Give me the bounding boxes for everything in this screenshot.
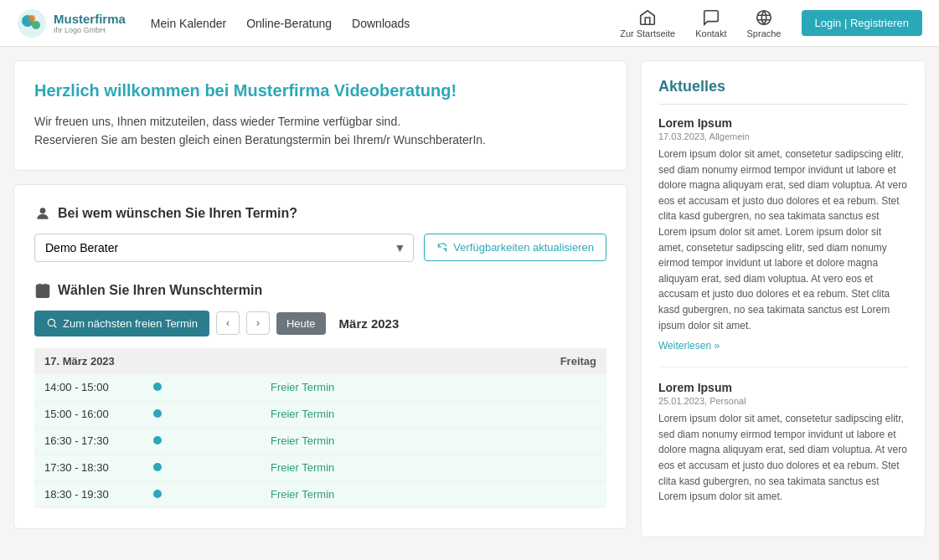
advisor-dropdown[interactable]: Demo Berater (34, 234, 414, 262)
home-icon (638, 8, 657, 27)
booking-box: Bei wem wünschen Sie Ihren Termin? Demo … (13, 184, 627, 529)
table-row[interactable]: 17:30 - 18:30 Freier Termin (34, 454, 606, 480)
slot-dot-cell (143, 427, 261, 454)
nav-mein-kalender[interactable]: Mein Kalender (151, 13, 226, 33)
find-next-button[interactable]: Zum nächsten freien Termin (34, 311, 209, 337)
date-header-row: 17. März 2023 Freitag (34, 348, 606, 374)
news-title: Lorem Ipsum (658, 116, 908, 130)
next-month-button[interactable]: › (246, 311, 270, 335)
logo-company-name: Musterfirma (54, 12, 126, 26)
table-row[interactable]: 14:00 - 15:00 Freier Termin (34, 374, 606, 401)
news-container: Lorem Ipsum 17.03.2023, Allgemein Lorem … (658, 116, 908, 505)
search-icon (46, 317, 58, 329)
welcome-title: Herzlich willkommen bei Musterfirma Vide… (34, 81, 606, 100)
refresh-icon (436, 242, 448, 254)
slot-dot-cell (143, 400, 261, 427)
nav-online-beratung[interactable]: Online-Beratung (246, 13, 332, 33)
svg-point-3 (28, 15, 35, 22)
table-row[interactable]: 15:00 - 16:00 Freier Termin (34, 400, 606, 427)
header-right: Zur Startseite Kontakt Sprache Login | R… (620, 8, 922, 39)
slot-dot-cell (143, 374, 261, 401)
slot-time: 17:30 - 18:30 (34, 454, 143, 480)
news-meta: 25.01.2023, Personal (658, 396, 908, 406)
nav-downloads[interactable]: Downloads (352, 13, 410, 33)
find-next-label: Zum nächsten freien Termin (63, 317, 198, 330)
news-item: Lorem Ipsum 25.01.2023, Personal Lorem i… (658, 367, 908, 505)
svg-point-2 (32, 21, 40, 29)
news-title: Lorem Ipsum (658, 381, 908, 394)
refresh-label: Verfügbarkeiten aktualisieren (453, 241, 594, 254)
main-nav: Mein Kalender Online-Beratung Downloads (151, 13, 410, 33)
aktuelles-title: Aktuelles (658, 78, 908, 105)
logo-text: Musterfirma Ihr Logo GmbH (54, 12, 126, 34)
availability-dot (153, 463, 162, 471)
table-row[interactable]: 16:30 - 17:30 Freier Termin (34, 427, 606, 454)
welcome-box: Herzlich willkommen bei Musterfirma Vide… (13, 60, 627, 171)
availability-dot (153, 409, 162, 418)
slot-status: Freier Termin (261, 400, 606, 427)
svg-point-7 (48, 320, 54, 326)
weiterlesen-link[interactable]: Weiterlesen » (658, 340, 720, 352)
weekday-label: Freitag (261, 348, 606, 374)
main-layout: Herzlich willkommen bei Musterfirma Vide… (0, 47, 939, 551)
calendar-icon (34, 282, 51, 299)
slot-status: Freier Termin (261, 454, 606, 480)
availability-dot (153, 490, 162, 498)
advisor-select-wrapper: Demo Berater ▼ (34, 234, 414, 262)
advisor-row: Demo Berater ▼ Verfügbarkeiten aktualisi… (34, 234, 606, 262)
left-panel: Herzlich willkommen bei Musterfirma Vide… (13, 60, 627, 537)
news-body: Lorem ipsum dolor sit amet, consetetur s… (658, 411, 908, 505)
slots-table: 17. März 2023 Freitag 14:00 - 15:00 Frei… (34, 348, 606, 508)
news-body: Lorem ipsum dolor sit amet, consetetur s… (658, 146, 908, 333)
today-button[interactable]: Heute (276, 312, 326, 335)
person-icon (34, 205, 51, 222)
home-label: Zur Startseite (620, 28, 675, 39)
slot-time: 18:30 - 19:30 (34, 480, 143, 507)
slot-time: 14:00 - 15:00 (34, 374, 143, 401)
welcome-line1: Wir freuen uns, Ihnen mitzuteilen, dass … (34, 112, 606, 131)
home-nav-item[interactable]: Zur Startseite (620, 8, 675, 39)
date-label: 17. März 2023 (34, 348, 261, 374)
slot-status: Freier Termin (261, 374, 606, 401)
contact-icon (702, 8, 720, 27)
svg-point-5 (40, 208, 46, 213)
login-button[interactable]: Login | Registrieren (802, 10, 923, 36)
contact-nav-item[interactable]: Kontakt (695, 8, 726, 39)
month-label: März 2023 (339, 316, 400, 331)
table-row[interactable]: 18:30 - 19:30 Freier Termin (34, 480, 606, 507)
aktuelles-box: Aktuelles Lorem Ipsum 17.03.2023, Allgem… (641, 60, 926, 537)
slot-status: Freier Termin (261, 427, 606, 454)
slot-dot-cell (143, 480, 261, 507)
slot-status: Freier Termin (261, 480, 606, 507)
prev-month-button[interactable]: ‹ (216, 311, 240, 335)
availability-dot (153, 436, 162, 444)
slot-time: 15:00 - 16:00 (34, 400, 143, 427)
advisor-section-title: Bei wem wünschen Sie Ihren Termin? (34, 205, 606, 222)
language-nav-item[interactable]: Sprache (747, 8, 782, 39)
logo[interactable]: Musterfirma Ihr Logo GmbH (17, 8, 126, 39)
refresh-button[interactable]: Verfügbarkeiten aktualisieren (424, 234, 606, 261)
slot-dot-cell (143, 454, 261, 480)
welcome-text: Wir freuen uns, Ihnen mitzuteilen, dass … (34, 112, 606, 150)
svg-point-4 (757, 10, 771, 24)
calendar-nav: Zum nächsten freien Termin ‹ › Heute Mär… (34, 311, 606, 337)
availability-dot (153, 383, 162, 391)
language-label: Sprache (747, 28, 782, 39)
welcome-line2: Reservieren Sie am besten gleich einen B… (34, 131, 606, 149)
header-left: Musterfirma Ihr Logo GmbH Mein Kalender … (17, 8, 410, 39)
contact-label: Kontakt (695, 28, 726, 39)
logo-sub-text: Ihr Logo GmbH (54, 26, 126, 34)
datetime-section-title: Wählen Sie Ihren Wunschtermin (34, 282, 606, 299)
slot-time: 16:30 - 17:30 (34, 427, 143, 454)
right-panel: Aktuelles Lorem Ipsum 17.03.2023, Allgem… (641, 60, 926, 537)
news-item: Lorem Ipsum 17.03.2023, Allgemein Lorem … (658, 116, 908, 352)
slots-body: 14:00 - 15:00 Freier Termin 15:00 - 16:0… (34, 374, 606, 508)
header: Musterfirma Ihr Logo GmbH Mein Kalender … (0, 0, 939, 47)
logo-icon (17, 8, 47, 39)
language-icon (755, 8, 773, 27)
news-meta: 17.03.2023, Allgemein (658, 131, 908, 141)
